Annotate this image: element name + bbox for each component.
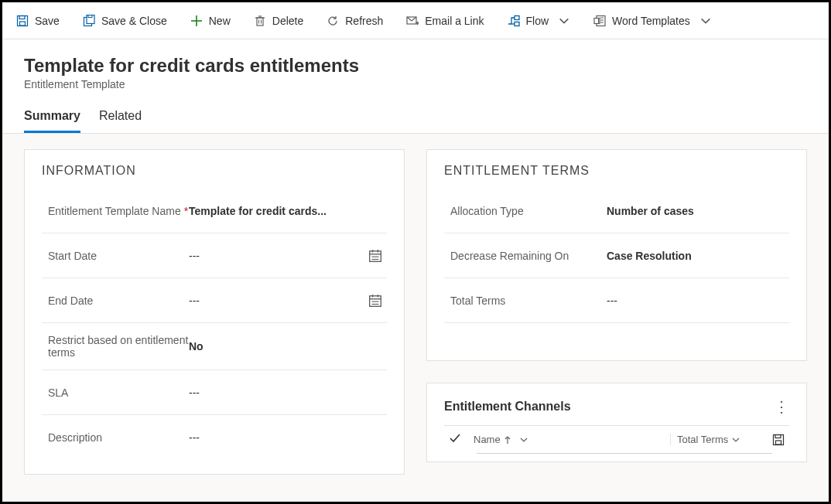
entitlement-terms-section: ENTITLEMENT TERMS Allocation Type Number…: [426, 149, 807, 361]
form-tabs: Summary Related: [2, 104, 829, 134]
allocation-label: Allocation Type: [444, 205, 607, 217]
total-terms-field[interactable]: Total Terms ---: [444, 278, 789, 323]
total-terms-label: Total Terms: [444, 295, 607, 307]
decrease-value: Case Resolution: [607, 250, 789, 262]
svg-rect-15: [515, 15, 519, 19]
delete-button[interactable]: Delete: [254, 15, 303, 27]
delete-label: Delete: [272, 15, 303, 27]
save-close-button[interactable]: Save & Close: [83, 15, 167, 27]
right-column: ENTITLEMENT TERMS Allocation Type Number…: [426, 149, 807, 495]
name-value: Template for credit cards...: [189, 205, 387, 217]
entitlement-channels-section: Entitlement Channels ⋮ Name Total Terms: [426, 383, 807, 462]
sort-up-icon: [504, 435, 511, 444]
page-title: Template for credit cards entitlements: [24, 55, 807, 77]
command-bar: Save Save & Close New Delete Refresh Ema…: [2, 2, 829, 39]
column-name-header[interactable]: Name: [474, 434, 659, 445]
start-date-label: Start Date: [42, 250, 189, 262]
start-date-field[interactable]: Start Date ---: [42, 233, 387, 278]
refresh-icon: [327, 15, 339, 27]
save-label: Save: [35, 15, 60, 27]
calendar-icon[interactable]: [368, 249, 382, 263]
save-close-icon: [83, 15, 95, 27]
refresh-label: Refresh: [345, 15, 383, 27]
select-all-checkbox[interactable]: [449, 432, 463, 447]
trash-icon: [254, 15, 266, 27]
calendar-icon[interactable]: [368, 294, 382, 308]
new-button[interactable]: New: [190, 15, 231, 27]
tab-related[interactable]: Related: [99, 104, 142, 133]
word-templates-label: Word Templates: [612, 15, 690, 27]
total-terms-value: ---: [607, 295, 789, 307]
description-label: Description: [42, 431, 189, 444]
save-close-label: Save & Close: [101, 15, 167, 27]
restrict-field[interactable]: Restrict based on entitlement terms No: [42, 323, 387, 370]
flow-button[interactable]: Flow: [508, 15, 571, 27]
decrease-field[interactable]: Decrease Remaining On Case Resolution: [444, 233, 789, 278]
chevron-down-icon: [558, 15, 570, 27]
name-label: Entitlement Template Name*: [42, 205, 189, 217]
word-templates-button[interactable]: Word Templates: [593, 15, 712, 27]
save-button[interactable]: Save: [16, 15, 60, 27]
form-header: Template for credit cards entitlements E…: [2, 39, 829, 90]
save-icon: [16, 15, 29, 27]
description-value: ---: [189, 431, 387, 444]
end-date-label: End Date: [42, 295, 189, 307]
restrict-label: Restrict based on entitlement terms: [42, 334, 189, 359]
information-title: INFORMATION: [42, 164, 387, 178]
save-grid-icon[interactable]: [772, 434, 785, 446]
terms-title: ENTITLEMENT TERMS: [444, 164, 789, 178]
name-field[interactable]: Entitlement Template Name* Template for …: [42, 189, 387, 233]
channels-title: Entitlement Channels: [444, 400, 571, 414]
svg-rect-8: [257, 18, 263, 26]
information-section: INFORMATION Entitlement Template Name* T…: [24, 149, 405, 475]
svg-rect-1: [19, 15, 25, 19]
chevron-down-icon: [731, 435, 740, 444]
sla-field[interactable]: SLA ---: [42, 370, 387, 415]
flow-label: Flow: [526, 15, 549, 27]
description-field[interactable]: Description ---: [42, 415, 387, 460]
entity-type: Entitlement Template: [24, 78, 807, 90]
email-icon: [406, 15, 419, 27]
refresh-button[interactable]: Refresh: [327, 15, 383, 27]
word-templates-icon: [593, 15, 606, 27]
sla-value: ---: [189, 387, 387, 399]
end-date-field[interactable]: End Date ---: [42, 278, 387, 323]
email-link-label: Email a Link: [425, 15, 484, 27]
grid-header: Name Total Terms: [444, 425, 789, 453]
allocation-value: Number of cases: [607, 205, 789, 217]
flow-icon: [508, 15, 520, 27]
tab-summary[interactable]: Summary: [24, 104, 80, 133]
column-total-terms-header[interactable]: Total Terms: [670, 434, 755, 445]
plus-icon: [190, 15, 203, 27]
decrease-label: Decrease Remaining On: [444, 250, 607, 262]
email-link-button[interactable]: Email a Link: [406, 15, 484, 27]
left-column: INFORMATION Entitlement Template Name* T…: [24, 149, 405, 495]
new-label: New: [209, 15, 231, 27]
more-commands-button[interactable]: ⋮: [774, 397, 789, 416]
start-date-value: ---: [189, 249, 387, 263]
svg-rect-38: [775, 434, 781, 438]
checkmark-icon: [449, 432, 461, 444]
svg-rect-16: [515, 22, 519, 26]
end-date-value: ---: [189, 294, 387, 308]
allocation-field[interactable]: Allocation Type Number of cases: [444, 189, 789, 233]
svg-rect-2: [20, 22, 26, 26]
sla-label: SLA: [42, 387, 189, 399]
chevron-down-icon: [519, 435, 528, 444]
svg-rect-39: [776, 441, 781, 444]
restrict-value: No: [189, 340, 387, 352]
chevron-down-icon: [699, 15, 712, 27]
form-content: INFORMATION Entitlement Template Name* T…: [2, 134, 829, 504]
